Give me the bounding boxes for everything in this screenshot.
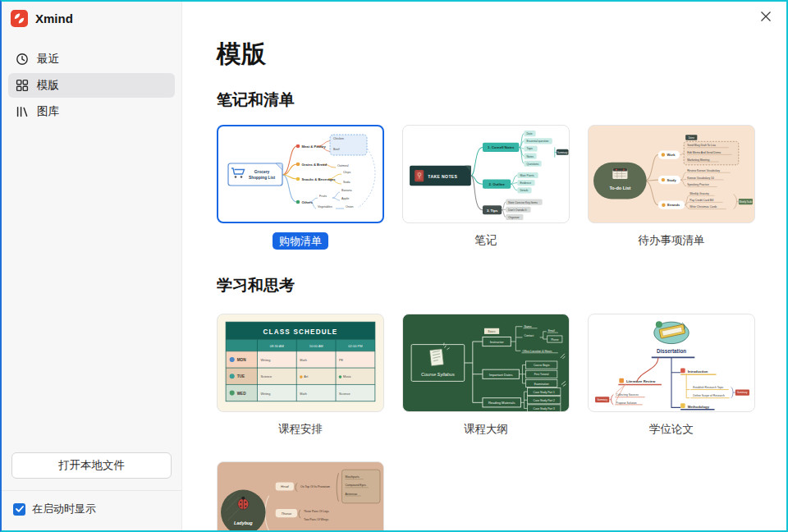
thumb-label: Collecting Sources bbox=[616, 393, 639, 397]
thumb-label: Ladybug bbox=[234, 521, 253, 525]
grocery-thumbnail: Grocery Shopping List Meat & Poultry Gra… bbox=[218, 126, 383, 222]
template-schedule-wrap: CLASS SCHEDULE 08:30 AM 10:00 AM 02:00 P… bbox=[217, 314, 384, 437]
thumb-label: Case Study Part 3 bbox=[534, 407, 555, 410]
thumb-label: Chicken bbox=[333, 137, 344, 140]
thumb-label: Head bbox=[281, 484, 289, 488]
thumb-label: Banana bbox=[341, 189, 351, 192]
schedule-thumbnail: CLASS SCHEDULE 08:30 AM 10:00 AM 02:00 P… bbox=[218, 314, 383, 411]
template-notes-wrap: TAKE NOTES 1. Cornell Notes Date bbox=[402, 125, 570, 250]
thumb-label: Dissertation bbox=[657, 348, 686, 354]
thumb-label: Methodology bbox=[688, 405, 710, 409]
thumb-label: Essential question bbox=[526, 140, 548, 143]
dissertation-thumbnail: Dissertation bbox=[589, 314, 754, 411]
sidebar-bottom: 打开本地文件 在启动时显示 bbox=[2, 452, 181, 530]
thumb-label: Organize bbox=[508, 216, 520, 219]
syllabus-thumbnail: Basics Course Syllabus Instructor Name C… bbox=[403, 314, 569, 411]
thumb-label: Establish Research Topic bbox=[693, 386, 724, 389]
template-row-3: Ladybug Head On Top Of Its Pronotum Mout… bbox=[217, 461, 384, 530]
todo-center-node: To-do List bbox=[593, 163, 647, 200]
todo-branch-work: Work Done Send Blog Draft To Lisa Edit M… bbox=[658, 135, 739, 165]
template-card-syllabus[interactable]: Basics Course Syllabus Instructor Name C… bbox=[402, 314, 570, 412]
sidebar: Xmind 最近 模版 bbox=[2, 2, 182, 530]
thumb-label: Details bbox=[520, 189, 528, 192]
template-todo-wrap: To-do List Work Done Send Blog Draft To … bbox=[588, 125, 755, 250]
template-label-grocery: 购物清单 bbox=[273, 232, 328, 250]
thumb-label: Weekly Grocery bbox=[690, 192, 709, 195]
template-card-schedule[interactable]: CLASS SCHEDULE 08:30 AM 10:00 AM 02:00 P… bbox=[217, 314, 384, 412]
template-syllabus-wrap: Basics Course Syllabus Instructor Name C… bbox=[402, 314, 570, 437]
books-illustration bbox=[654, 321, 689, 343]
section-heading-learning: 学习和思考 bbox=[217, 275, 295, 296]
thumb-label: Course Begin bbox=[534, 364, 550, 367]
show-on-startup-checkbox[interactable] bbox=[13, 503, 25, 516]
thumb-label: Office Location & Hours bbox=[522, 350, 552, 353]
thumb-label: Define Scope of Research bbox=[693, 394, 725, 397]
template-card-dissertation[interactable]: Dissertation bbox=[588, 314, 755, 412]
ladybug-branch-head: Head On Top Of Its Pronotum Mouthparts C… bbox=[276, 470, 380, 503]
section-heading-notes-lists: 笔记和清单 bbox=[217, 89, 295, 111]
thumb-label: 08:30 AM bbox=[270, 344, 285, 348]
thumb-label: Shopping List bbox=[249, 176, 275, 180]
thumb-label: Edit Memo And Send Demo bbox=[687, 151, 721, 154]
show-on-startup-row[interactable]: 在启动时显示 bbox=[2, 491, 181, 530]
branch-dot bbox=[296, 177, 300, 181]
clock-icon bbox=[16, 53, 29, 66]
thumb-label: Weekly To-do bbox=[740, 200, 753, 204]
todo-thumbnail: To-do List Work Done Send Blog Draft To … bbox=[589, 126, 754, 222]
template-dissertation-wrap: Dissertation bbox=[588, 314, 755, 437]
template-card-notes[interactable]: TAKE NOTES 1. Cornell Notes Date bbox=[402, 125, 570, 223]
thumb-label: Evidence bbox=[520, 181, 531, 185]
sidebar-item-templates[interactable]: 模版 bbox=[8, 73, 175, 98]
template-gallery: 模版 笔记和清单 bbox=[183, 2, 786, 530]
sidebar-item-label: 最近 bbox=[37, 52, 59, 66]
thumb-label: Marketing Meeting bbox=[687, 158, 709, 162]
template-row-2: CLASS SCHEDULE 08:30 AM 10:00 AM 02:00 P… bbox=[217, 314, 755, 437]
template-label-notes: 笔记 bbox=[475, 232, 497, 248]
thumb-label: 2. Outline bbox=[488, 182, 505, 186]
thumb-label: TUE bbox=[237, 374, 245, 378]
thumb-label: Examination bbox=[534, 383, 549, 386]
topic-icon bbox=[680, 403, 685, 408]
page-title: 模版 bbox=[217, 38, 266, 71]
template-label-syllabus: 课程大纲 bbox=[464, 421, 508, 437]
thumb-label: On Top Of Its Pronotum bbox=[300, 485, 330, 488]
ladybug-center-node: Ladybug bbox=[221, 490, 266, 530]
open-local-file-button[interactable]: 打开本地文件 bbox=[11, 452, 172, 479]
sidebar-item-gallery[interactable]: 图库 bbox=[8, 99, 175, 124]
thumb-label: 1. Cornell Notes bbox=[488, 145, 515, 149]
notes-thumbnail: TAKE NOTES 1. Cornell Notes Date bbox=[403, 126, 569, 222]
thumb-label: Course Syllabus bbox=[421, 372, 455, 377]
template-label-schedule: 课程安排 bbox=[278, 421, 323, 437]
xmind-logo-icon bbox=[11, 10, 28, 27]
thumb-label: Main Points bbox=[520, 174, 534, 177]
template-card-todo[interactable]: To-do List Work Done Send Blog Draft To … bbox=[588, 125, 755, 223]
show-on-startup-label: 在启动时显示 bbox=[32, 502, 96, 516]
subject-dot bbox=[339, 375, 342, 378]
thumb-label: Vegetables bbox=[318, 205, 332, 209]
branch-dot bbox=[296, 163, 300, 167]
thumb-label: Note Concise Key Items bbox=[508, 201, 538, 204]
sidebar-item-recent[interactable]: 最近 bbox=[8, 47, 175, 71]
thumb-label: Compound Eyes bbox=[346, 484, 367, 487]
calendar-icon bbox=[612, 168, 627, 179]
template-card-grocery[interactable]: Grocery Shopping List Meat & Poultry Gra… bbox=[217, 125, 384, 223]
thumb-label: Oatmeal bbox=[337, 164, 349, 167]
thumb-label: PE bbox=[339, 359, 344, 362]
thumb-label: Korean Vocabulary 10 bbox=[687, 177, 714, 180]
thumb-label: Summary bbox=[597, 398, 607, 401]
app-header: Xmind bbox=[2, 2, 181, 27]
thumb-label: Thorax bbox=[282, 511, 293, 516]
library-icon bbox=[16, 105, 29, 118]
template-card-ladybug[interactable]: Ladybug Head On Top Of Its Pronotum Mout… bbox=[217, 461, 384, 530]
thumb-label: To-do List bbox=[609, 186, 630, 190]
thumb-label: CLASS SCHEDULE bbox=[263, 328, 338, 336]
thumb-label: Introduction bbox=[688, 369, 708, 374]
grocery-center-node: Grocery Shopping List bbox=[228, 163, 282, 186]
thumb-label: Grains & Bread bbox=[302, 163, 328, 167]
close-icon bbox=[757, 7, 775, 25]
notes-b2-children: Main Points Evidence Details bbox=[517, 172, 538, 193]
template-label-dissertation: 学位论文 bbox=[649, 421, 694, 437]
close-button[interactable] bbox=[757, 7, 775, 25]
template-row-1: Grocery Shopping List Meat & Poultry Gra… bbox=[217, 125, 755, 250]
topic-icon bbox=[680, 369, 685, 374]
